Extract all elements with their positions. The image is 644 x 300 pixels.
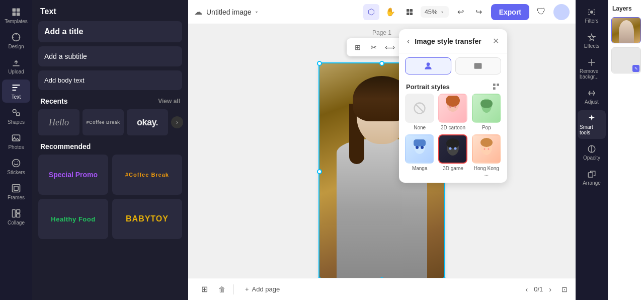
text-panel: Text Add a title Add a subtitle Add body… — [32, 0, 188, 300]
style-item-none[interactable]: None — [405, 94, 434, 130]
recents-header: Recents View all — [32, 90, 188, 109]
add-subtitle-button[interactable]: Add a subtitle — [38, 46, 182, 66]
sidebar-label-photos: Photos — [8, 144, 24, 150]
file-name[interactable]: Untitled image — [206, 8, 260, 16]
style-label-pop: Pop — [482, 125, 491, 130]
svg-rect-2 — [13, 13, 16, 16]
svg-rect-18 — [410, 12, 412, 15]
svg-rect-1 — [17, 9, 20, 12]
hand-tool[interactable]: ✋ — [382, 4, 398, 20]
undo-button[interactable]: ↩ — [453, 4, 469, 20]
next-page-btn[interactable]: › — [547, 283, 553, 295]
svg-rect-34 — [414, 139, 426, 146]
sidebar-label-frames: Frames — [8, 195, 25, 200]
svg-point-36 — [421, 146, 424, 149]
sidebar-item-collage[interactable]: Collage — [2, 205, 30, 229]
cursor-tool[interactable]: ⬡ — [363, 4, 379, 20]
right-toolbar: Filters Effects Remove backgr... Adjust … — [576, 0, 608, 300]
style-label-3dgame: 3D game — [443, 166, 463, 171]
style-thumb-hongkong — [472, 134, 501, 164]
style-panel-back[interactable]: ‹ — [406, 36, 411, 47]
layer-item-1[interactable] — [611, 17, 641, 43]
style-item-hongkong[interactable]: Hong Kong ... — [472, 134, 501, 177]
add-page-button[interactable]: + Add page — [240, 282, 285, 296]
recent-scroll-right[interactable]: › — [171, 116, 183, 128]
rec-item-special-promo[interactable]: Special Promo — [38, 155, 108, 195]
add-title-button[interactable]: Add a title — [38, 21, 182, 42]
view-all-link[interactable]: View all — [158, 98, 180, 105]
style-item-3dgame[interactable]: 3D game — [438, 134, 467, 177]
recent-item-okay[interactable]: okay. — [127, 109, 168, 135]
rec-item-coffee-break[interactable]: #Coffee Break — [112, 155, 182, 195]
svg-rect-13 — [17, 210, 20, 213]
rec-item-healthy-food[interactable]: Healthy Food — [38, 199, 108, 239]
layer-blank-thumb: ✎ — [612, 48, 640, 73]
svg-rect-47 — [588, 173, 593, 177]
add-body-button[interactable]: Add body text — [38, 70, 182, 90]
style-label-none: None — [414, 125, 426, 130]
svg-point-21 — [475, 64, 477, 66]
rtool-remove-bg[interactable]: Remove backgr... — [578, 54, 606, 83]
sidebar-item-photos[interactable]: Photos — [2, 130, 30, 153]
sidebar-item-stickers[interactable]: Stickers — [2, 155, 30, 178]
recommended-grid: Special Promo #Coffee Break Healthy Food… — [32, 155, 188, 239]
add-page-label: Add page — [252, 285, 280, 293]
layer-portrait-thumb — [612, 18, 640, 43]
sidebar-label-text: Text — [12, 94, 21, 100]
svg-rect-17 — [407, 12, 409, 15]
layer-edit-icon: ✎ — [632, 65, 639, 72]
crop-tool[interactable]: ✂ — [367, 40, 381, 54]
rtool-label-filters: Filters — [585, 18, 598, 24]
page-label: Page 1 — [372, 29, 391, 36]
layers-title: Layers — [608, 0, 644, 15]
expand-canvas-btn[interactable]: ⊡ — [561, 285, 568, 293]
sidebar-item-design[interactable]: Design — [2, 29, 30, 52]
sidebar-item-upload[interactable]: Upload — [2, 54, 30, 78]
svg-rect-11 — [14, 186, 18, 190]
shield-button[interactable]: 🛡 — [533, 4, 549, 20]
view-tool[interactable] — [401, 4, 418, 20]
page-counter: ‹ 0/1 › ⊡ — [524, 283, 568, 295]
style-panel-close[interactable]: ✕ — [492, 35, 500, 47]
rec-item-babytoy[interactable]: BABYTOY — [112, 199, 182, 239]
style-tab-scene[interactable] — [455, 57, 502, 74]
style-item-pop[interactable]: Pop — [472, 94, 501, 130]
rtool-smart-tools[interactable]: Smart tools — [578, 110, 606, 139]
svg-rect-15 — [407, 9, 409, 12]
sidebar-item-templates[interactable]: Templates — [2, 4, 30, 27]
style-item-manga[interactable]: Manga — [405, 134, 434, 177]
svg-rect-24 — [493, 87, 496, 90]
resize-tool[interactable]: ⊞ — [351, 40, 365, 54]
prev-page-btn[interactable]: ‹ — [524, 283, 530, 295]
svg-rect-3 — [17, 13, 20, 16]
style-thumb-3dgame — [438, 134, 467, 164]
style-panel-title: Image style transfer — [415, 37, 488, 45]
page-thumbnail-btn[interactable]: ⊞ — [196, 281, 212, 297]
svg-rect-12 — [13, 210, 16, 217]
style-item-3dcartoon[interactable]: 3D cartoon — [438, 94, 467, 130]
rtool-arrange[interactable]: Arrange — [578, 166, 606, 189]
recent-item-coffee[interactable]: #Coffee Break — [83, 109, 124, 135]
recent-item-hello[interactable]: Hello — [38, 109, 79, 135]
export-button[interactable]: Export — [491, 4, 529, 20]
sidebar-item-shapes[interactable]: Shapes — [2, 105, 30, 128]
undo-redo-group: ↩ ↪ — [453, 4, 487, 20]
rtool-effects[interactable]: Effects — [578, 29, 606, 52]
style-tab-portrait[interactable] — [405, 57, 451, 74]
rtool-label-remove-bg: Remove backgr... — [580, 68, 604, 80]
style-thumb-manga — [405, 134, 434, 164]
redo-button[interactable]: ↪ — [471, 4, 487, 20]
rtool-adjust[interactable]: Adjust — [578, 85, 606, 108]
rtool-opacity[interactable]: Opacity — [578, 141, 606, 164]
svg-point-39 — [449, 147, 452, 150]
rtool-filters[interactable]: Filters — [578, 4, 606, 27]
zoom-control[interactable]: 45% — [421, 6, 449, 18]
sidebar-item-frames[interactable]: Frames — [2, 180, 30, 203]
flip-tool[interactable]: ⟺ — [383, 40, 397, 54]
style-thumb-pop — [472, 94, 501, 123]
text-buttons-group: Add a title Add a subtitle Add body text — [32, 21, 188, 90]
delete-page-btn[interactable]: 🗑 — [216, 283, 227, 295]
svg-rect-22 — [493, 84, 496, 86]
layer-item-2[interactable]: ✎ — [611, 47, 641, 73]
sidebar-item-text[interactable]: Text — [2, 80, 30, 103]
